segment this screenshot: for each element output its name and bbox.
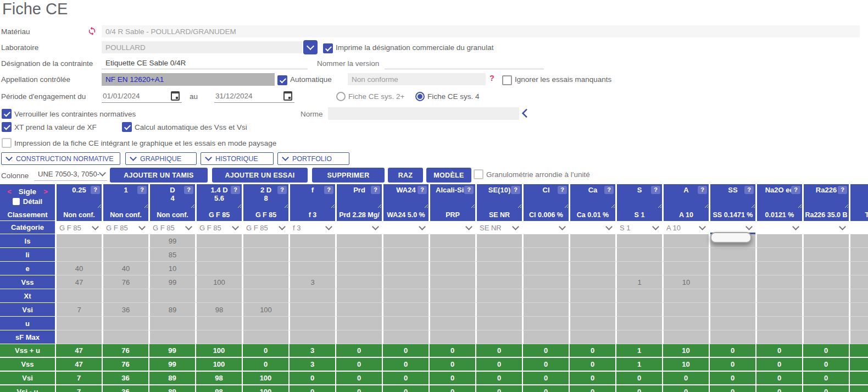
value-cell[interactable]	[849, 234, 868, 248]
value-cell[interactable]	[429, 234, 475, 248]
laboratoire-dropdown-button[interactable]	[303, 40, 318, 54]
resize-handle-icon[interactable]	[843, 203, 848, 208]
value-cell[interactable]	[662, 303, 709, 317]
value-cell[interactable]: 99	[148, 234, 195, 248]
granulometrie-checkbox[interactable]	[474, 169, 483, 179]
column-header-se-10-[interactable]: SE(10)?	[475, 184, 522, 208]
conformite-help-icon[interactable]: ?	[489, 74, 494, 82]
value-cell[interactable]: 99	[148, 275, 195, 289]
value-cell[interactable]	[102, 330, 148, 344]
value-cell[interactable]	[709, 303, 755, 317]
value-cell[interactable]	[288, 303, 335, 317]
resize-handle-icon[interactable]	[283, 203, 288, 208]
value-cell[interactable]	[569, 303, 615, 317]
horizontal-scrollbar-thumb[interactable]	[710, 232, 752, 243]
column-header-2-d[interactable]: 2 D8?	[242, 184, 288, 208]
categorie-select[interactable]: G F 85	[148, 221, 195, 234]
value-cell[interactable]	[335, 234, 382, 248]
value-cell[interactable]	[475, 317, 522, 330]
value-cell[interactable]	[662, 289, 709, 303]
value-cell[interactable]: 85	[148, 248, 195, 262]
value-cell[interactable]	[475, 330, 522, 344]
value-cell[interactable]	[475, 275, 522, 289]
help-icon[interactable]: ?	[838, 186, 847, 194]
ajouter-essai-button[interactable]: AJOUTER UN ESSAI	[212, 168, 308, 183]
nommer-version-field[interactable]	[385, 57, 544, 69]
value-cell[interactable]	[288, 262, 335, 275]
resize-handle-icon[interactable]	[423, 203, 428, 208]
value-cell[interactable]	[335, 248, 382, 262]
historique-button[interactable]: HISTORIQUE	[201, 152, 274, 165]
resize-handle-icon[interactable]	[376, 203, 381, 208]
value-cell[interactable]	[569, 289, 615, 303]
value-cell[interactable]	[755, 262, 802, 275]
categorie-select[interactable]: G F 85	[242, 221, 288, 234]
resize-handle-icon[interactable]	[236, 203, 241, 208]
resize-handle-icon[interactable]	[190, 203, 194, 208]
value-cell[interactable]	[382, 289, 429, 303]
modele-button[interactable]: MODÈLE	[426, 168, 471, 183]
column-header-ss[interactable]: SS?	[709, 184, 755, 208]
supprimer-button[interactable]: SUPPRIMER	[312, 168, 385, 183]
value-cell[interactable]	[849, 275, 868, 289]
value-cell[interactable]: 76	[102, 275, 148, 289]
value-cell[interactable]	[335, 303, 382, 317]
calendar-icon[interactable]	[171, 91, 180, 101]
resize-handle-icon[interactable]	[797, 203, 802, 208]
value-cell[interactable]	[802, 275, 849, 289]
value-cell[interactable]	[802, 289, 849, 303]
periode-du-field[interactable]: 01/01/2024	[102, 90, 182, 103]
resize-handle-icon[interactable]	[330, 203, 335, 208]
value-cell[interactable]	[662, 262, 709, 275]
value-cell[interactable]	[288, 289, 335, 303]
column-header-1-4-d[interactable]: 1.4 D5.6?	[195, 184, 242, 208]
help-icon[interactable]: ?	[791, 186, 800, 194]
help-icon[interactable]: ?	[698, 186, 707, 194]
categorie-select[interactable]	[802, 221, 849, 234]
value-cell[interactable]	[475, 262, 522, 275]
value-cell[interactable]	[242, 262, 288, 275]
resize-handle-icon[interactable]	[516, 203, 521, 208]
help-icon[interactable]: ?	[651, 186, 660, 194]
value-cell[interactable]	[335, 275, 382, 289]
value-cell[interactable]	[802, 248, 849, 262]
value-cell[interactable]	[475, 248, 522, 262]
value-cell[interactable]	[102, 289, 148, 303]
periode-au-field[interactable]: 31/12/2024	[214, 90, 294, 103]
prev-sigle-icon[interactable]: <	[7, 187, 12, 196]
value-cell[interactable]: 89	[148, 303, 195, 317]
value-cell[interactable]	[522, 289, 569, 303]
impression-checkbox[interactable]	[2, 138, 12, 148]
value-cell[interactable]	[802, 234, 849, 248]
value-cell[interactable]	[755, 275, 802, 289]
categorie-select[interactable]: G F 85	[195, 221, 242, 234]
value-cell[interactable]	[662, 330, 709, 344]
value-cell[interactable]	[709, 248, 755, 262]
ajouter-tamis-button[interactable]: AJOUTER UN TAMIS	[110, 168, 208, 183]
value-cell[interactable]	[755, 289, 802, 303]
value-cell[interactable]	[849, 317, 868, 330]
value-cell[interactable]	[522, 317, 569, 330]
value-cell[interactable]	[195, 248, 242, 262]
value-cell[interactable]	[522, 234, 569, 248]
value-cell[interactable]: 100	[195, 275, 242, 289]
column-header-alcali-silic[interactable]: Alcali-Silic?	[429, 184, 475, 208]
value-cell[interactable]	[522, 275, 569, 289]
value-cell[interactable]	[662, 234, 709, 248]
value-cell[interactable]: 98	[195, 303, 242, 317]
resize-handle-icon[interactable]	[96, 203, 101, 208]
value-cell[interactable]	[662, 317, 709, 330]
categorie-select[interactable]: A 10	[662, 221, 709, 234]
calendar-icon[interactable]	[283, 91, 292, 101]
value-cell[interactable]: 7	[55, 303, 102, 317]
value-cell[interactable]	[569, 330, 615, 344]
help-icon[interactable]: ?	[91, 186, 100, 194]
value-cell[interactable]	[849, 330, 868, 344]
value-cell[interactable]	[195, 289, 242, 303]
value-cell[interactable]	[755, 303, 802, 317]
portfolio-button[interactable]: PORTFOLIO	[277, 152, 349, 165]
resize-handle-icon[interactable]	[750, 203, 755, 208]
value-cell[interactable]	[335, 317, 382, 330]
next-sigle-icon[interactable]: >	[43, 187, 48, 196]
column-header-1[interactable]: 1?	[102, 184, 148, 208]
